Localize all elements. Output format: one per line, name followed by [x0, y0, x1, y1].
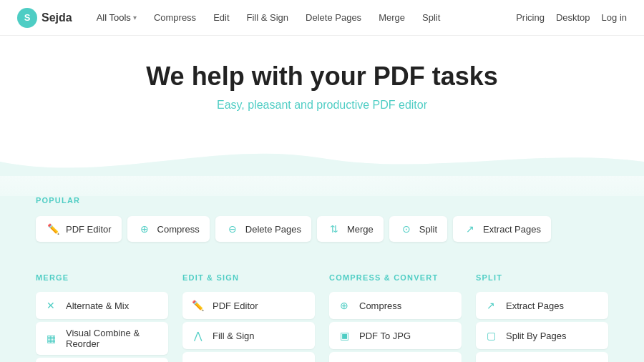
- hero-subtitle: Easy, pleasant and productive PDF editor: [17, 99, 627, 112]
- category-title-3: SPLIT: [476, 273, 608, 282]
- category-title-0: MERGE: [36, 273, 168, 282]
- nav-links: All Tools ▾ Compress Edit Fill & Sign De…: [89, 8, 516, 27]
- nav-item-edit[interactable]: Edit: [206, 8, 236, 27]
- category-col-0: MERGE✕Alternate & Mix▦Visual Combine & R…: [36, 259, 168, 362]
- tool-icon-4: ⊙: [399, 222, 414, 236]
- tool-list-item[interactable]: ▣PDF To JPG: [329, 322, 462, 349]
- wave-section: POPULAR ✏️PDF Editor⊕Compress⊖Delete Pag…: [0, 133, 644, 362]
- popular-tool-1[interactable]: ⊕Compress: [127, 216, 210, 242]
- tool-list-item[interactable]: ✕Alternate & Mix: [36, 292, 168, 319]
- tool-list-icon-1-2: ⌗: [190, 358, 205, 362]
- nav-item-merge[interactable]: Merge: [371, 8, 412, 27]
- tool-list-item[interactable]: ⇅Merge: [36, 358, 168, 362]
- tool-list-icon-2-0: ⊕: [336, 298, 352, 313]
- category-col-3: SPLIT↗Extract Pages▢Split By Pages▤Split…: [476, 259, 608, 362]
- nav-pricing[interactable]: Pricing: [516, 12, 545, 23]
- tool-list-icon-3-1: ▢: [483, 328, 499, 343]
- category-col-2: COMPRESS & CONVERT⊕Compress▣PDF To JPG▣J…: [329, 259, 462, 362]
- tool-list-item[interactable]: ⊕Compress: [329, 292, 462, 319]
- category-title-1: EDIT & SIGN: [182, 273, 315, 282]
- nav-item-fillsign[interactable]: Fill & Sign: [240, 8, 296, 27]
- chevron-down-icon: ▾: [133, 14, 137, 21]
- nav-desktop[interactable]: Desktop: [556, 12, 590, 23]
- logo-icon: S: [17, 8, 37, 28]
- tool-list-item[interactable]: ▤Split By Bookmarks: [476, 352, 608, 362]
- nav-right: Pricing Desktop Log in: [516, 12, 627, 23]
- tool-list-item[interactable]: ⋀Fill & Sign: [182, 322, 315, 349]
- tool-icon-0: ✏️: [46, 222, 60, 236]
- nav-item-alltools[interactable]: All Tools ▾: [89, 8, 144, 27]
- tool-list-icon-0-1: ▦: [43, 331, 59, 346]
- hero-section: We help with your PDF tasks Easy, pleasa…: [0, 36, 644, 112]
- navbar: S Sejda All Tools ▾ Compress Edit Fill &…: [0, 0, 644, 36]
- tool-list-item[interactable]: ↗Extract Pages: [476, 292, 608, 319]
- tool-list-icon-3-2: ▤: [483, 358, 499, 362]
- tool-list-3: ↗Extract Pages▢Split By Pages▤Split By B…: [476, 292, 608, 362]
- nav-login[interactable]: Log in: [602, 12, 627, 23]
- popular-tool-2[interactable]: ⊖Delete Pages: [215, 216, 311, 242]
- popular-label: POPULAR: [36, 196, 608, 205]
- nav-item-split[interactable]: Split: [415, 8, 447, 27]
- category-col-1: EDIT & SIGN✏️PDF Editor⋀Fill & Sign⌗Crop: [182, 259, 315, 362]
- popular-tool-5[interactable]: ↗Extract Pages: [453, 216, 551, 242]
- tool-list-item[interactable]: ▢Split By Pages: [476, 322, 608, 349]
- tool-list-item[interactable]: ⌗Crop: [182, 352, 315, 362]
- tool-icon-1: ⊕: [137, 222, 152, 236]
- tool-list-item[interactable]: ▣JPG To PDF: [329, 352, 462, 362]
- category-title-2: COMPRESS & CONVERT: [329, 273, 462, 282]
- tool-list-icon-2-1: ▣: [336, 328, 352, 343]
- categories-grid: MERGE✕Alternate & Mix▦Visual Combine & R…: [36, 259, 608, 362]
- tool-list-0: ✕Alternate & Mix▦Visual Combine & Reorde…: [36, 292, 168, 362]
- logo[interactable]: S Sejda: [17, 8, 72, 28]
- tool-icon-3: ⇅: [327, 222, 341, 236]
- popular-tool-4[interactable]: ⊙Split: [389, 216, 447, 242]
- logo-name: Sejda: [42, 11, 72, 24]
- nav-item-deletepages[interactable]: Delete Pages: [298, 8, 369, 27]
- tool-list-icon-1-0: ✏️: [190, 298, 205, 313]
- tool-list-icon-1-1: ⋀: [190, 328, 205, 343]
- wave-svg: [0, 133, 644, 176]
- tool-icon-5: ↗: [463, 222, 477, 236]
- hero-title: We help with your PDF tasks: [17, 62, 627, 92]
- tool-list-icon-2-2: ▣: [336, 358, 352, 362]
- popular-tools-row: ✏️PDF Editor⊕Compress⊖Delete Pages⇅Merge…: [36, 216, 608, 242]
- nav-item-compress[interactable]: Compress: [147, 8, 203, 27]
- tool-list-icon-3-0: ↗: [483, 298, 499, 313]
- tool-icon-2: ⊖: [225, 222, 240, 236]
- content-area: POPULAR ✏️PDF Editor⊕Compress⊖Delete Pag…: [0, 196, 644, 362]
- tool-list-1: ✏️PDF Editor⋀Fill & Sign⌗Crop: [182, 292, 315, 362]
- tool-list-2: ⊕Compress▣PDF To JPG▣JPG To PDF🔒Protect: [329, 292, 462, 362]
- tool-list-item[interactable]: ✏️PDF Editor: [182, 292, 315, 319]
- popular-tool-3[interactable]: ⇅Merge: [317, 216, 384, 242]
- tool-list-icon-0-0: ✕: [43, 298, 59, 313]
- popular-tool-0[interactable]: ✏️PDF Editor: [36, 216, 122, 242]
- tool-list-item[interactable]: ▦Visual Combine & Reorder: [36, 322, 168, 355]
